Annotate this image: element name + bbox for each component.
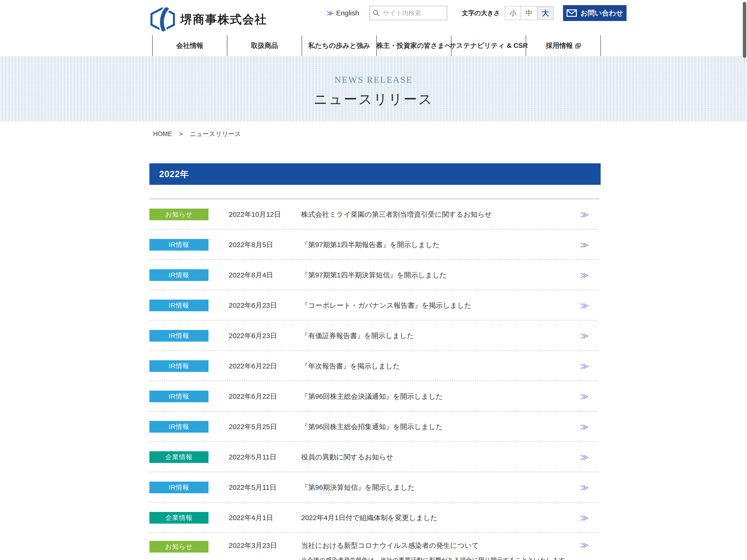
news-note: ※今後の感染者発生報告は、当社の事業活動に影響がある場合に限り開示することといた… [301,556,580,560]
news-date: 2022年8月4日 [229,270,301,280]
english-link[interactable]: ≫ English [327,8,359,18]
header-utilities: ≫ English 文字の大きさ 小中大 お問い合わせ [327,5,626,22]
nav-item-label: 採用情報 [546,41,573,50]
news-title[interactable]: 株式会社ミライ菜園の第三者割当増資引受に関するお知らせ [301,210,580,219]
nav-item-1[interactable]: 取扱商品 [227,35,302,56]
news-title[interactable]: 『第96回株主総会招集通知』を開示しました [301,422,580,432]
news-date: 2022年3月23日 [229,541,301,551]
nav-item-label: 私たちの歩みと強み [308,41,370,50]
news-title[interactable]: 『年次報告書』を掲示しました [301,362,580,371]
contact-button[interactable]: お問い合わせ [563,5,626,21]
category-badge: IR情報 [149,482,208,493]
news-row[interactable]: IR情報2022年8月4日『第97期第1四半期決算短信』を開示しました≫ [149,260,599,290]
news-row[interactable]: IR情報2022年5月11日『第96期決算短信』を開示しました≫ [149,472,599,503]
news-title[interactable]: 『コーポレート・ガバナンス報告書』を掲示しました [301,301,580,310]
nav-item-4[interactable]: サステナビリティ & CSR [451,35,526,56]
category-badge: IR情報 [149,391,208,402]
category-badge: IR情報 [149,300,208,311]
category-badge: 企業情報 [149,451,208,463]
row-chevron-icon: ≫ [580,241,589,249]
nav-item-3[interactable]: 株主・投資家の皆さまへ [376,35,451,56]
logo-text: 堺商事株式会社 [180,12,267,27]
category-badge: IR情報 [149,239,208,250]
company-logo-icon [150,7,175,31]
category-badge: IR情報 [149,269,208,281]
category-badge: お知らせ [149,209,208,220]
nav-item-label: 株主・投資家の皆さまへ [376,41,452,50]
news-date: 2022年10月12日 [229,210,301,219]
category-badge: IR情報 [149,360,208,372]
news-title[interactable]: 『第96回株主総会決議通知』を開示しました [301,392,580,401]
news-row[interactable]: IR情報2022年6月22日『第96回株主総会決議通知』を開示しました≫ [149,381,599,411]
news-row[interactable]: IR情報2022年6月23日『コーポレート・ガバナンス報告書』を掲示しました≫ [149,290,599,321]
category-badge: 企業情報 [149,512,208,524]
row-chevron-icon: ≫ [580,210,589,219]
font-size-label: 文字の大きさ [462,9,500,17]
news-title[interactable]: 『第96期決算短信』を開示しました [301,483,580,492]
hero-subtitle: NEWS RELEASE [0,56,747,85]
category-badge: IR情報 [149,330,208,342]
site-search-box [369,6,447,20]
nav-item-label: サステナビリティ & CSR [449,41,528,50]
search-input[interactable] [382,9,444,17]
nav-item-0[interactable]: 会社情報 [152,35,227,56]
font-size-button-小[interactable]: 小 [505,6,521,20]
news-date: 2022年8月5日 [229,240,301,250]
news-date: 2022年6月22日 [229,362,301,371]
news-title[interactable]: 『第97期第1四半期報告書』を開示しました [301,240,580,250]
breadcrumb-home-link[interactable]: HOME [153,130,172,138]
row-chevron-icon: ≫ [580,453,589,461]
nav-item-label: 取扱商品 [251,41,278,50]
news-row[interactable]: お知らせ2022年3月23日当社における新型コロナウイルス感染者の発生について※… [149,533,599,560]
news-date: 2022年5月11日 [229,483,301,492]
news-row[interactable]: IR情報2022年5月25日『第96回株主総会招集通知』を開示しました≫ [149,411,599,442]
news-row[interactable]: IR情報2022年6月22日『年次報告書』を掲示しました≫ [149,351,599,381]
news-date: 2022年6月23日 [229,301,301,310]
mail-icon [567,9,577,17]
news-date: 2022年6月23日 [229,331,301,341]
font-size-button-中[interactable]: 中 [521,6,537,20]
breadcrumb-current: ニュースリリース [190,130,241,138]
news-row[interactable]: IR情報2022年8月5日『第97期第1四半期報告書』を開示しました≫ [149,230,599,260]
double-chevron-icon: ≫ [327,8,334,18]
breadcrumb-separator: > [179,130,183,138]
nav-item-5[interactable]: 採用情報 [526,35,601,56]
breadcrumb: HOME > ニュースリリース [153,130,241,138]
row-chevron-icon: ≫ [580,362,589,370]
news-date: 2022年5月11日 [229,452,301,462]
news-list: お知らせ2022年10月12日株式会社ミライ菜園の第三者割当増資引受に関するお知… [149,198,599,560]
font-size-button-大[interactable]: 大 [537,6,554,20]
scrollbar-thumb[interactable] [743,2,746,58]
row-chevron-icon: ≫ [580,423,589,431]
news-title[interactable]: 当社における新型コロナウイルス感染者の発生について※今後の感染者発生報告は、当社… [301,541,580,560]
nav-item-label: 会社情報 [176,41,203,50]
site-header: 堺商事株式会社 ≫ English 文字の大きさ 小中大 [0,0,747,56]
news-title[interactable]: 『有価証券報告書』を開示しました [301,331,580,341]
row-chevron-icon: ≫ [580,392,589,401]
row-chevron-icon: ≫ [580,541,589,549]
news-row[interactable]: 企業情報2022年5月11日役員の異動に関するお知らせ≫ [149,442,599,472]
row-chevron-icon: ≫ [580,301,589,310]
page-title: ニュースリリース [0,90,747,108]
category-badge: IR情報 [149,421,208,433]
news-row[interactable]: 企業情報2022年4月1日2022年4月1日付で組織体制を変更しました≫ [149,503,599,533]
news-title[interactable]: 『第97期第1四半期決算短信』を開示しました [301,270,580,280]
row-chevron-icon: ≫ [580,271,589,279]
contact-label: お問い合わせ [581,8,623,18]
news-row[interactable]: お知らせ2022年10月12日株式会社ミライ菜園の第三者割当増資引受に関するお知… [149,199,599,230]
search-icon [372,9,380,17]
news-row[interactable]: IR情報2022年6月23日『有価証券報告書』を開示しました≫ [149,321,599,351]
nav-item-2[interactable]: 私たちの歩みと強み [302,35,376,56]
row-chevron-icon: ≫ [580,513,589,522]
news-title[interactable]: 役員の異動に関するお知らせ [301,452,580,462]
hero-banner: NEWS RELEASE ニュースリリース [0,56,747,121]
main-nav: 会社情報取扱商品私たちの歩みと強み株主・投資家の皆さまへサステナビリティ & C… [152,35,601,56]
row-chevron-icon: ≫ [580,331,589,340]
news-title[interactable]: 2022年4月1日付で組織体制を変更しました [301,513,580,523]
logo[interactable]: 堺商事株式会社 [150,7,267,31]
category-badge: お知らせ [149,541,208,553]
external-link-icon [575,43,581,49]
year-heading: 2022年 [149,163,601,185]
english-label: English [336,9,359,17]
page: 堺商事株式会社 ≫ English 文字の大きさ 小中大 [0,0,747,560]
